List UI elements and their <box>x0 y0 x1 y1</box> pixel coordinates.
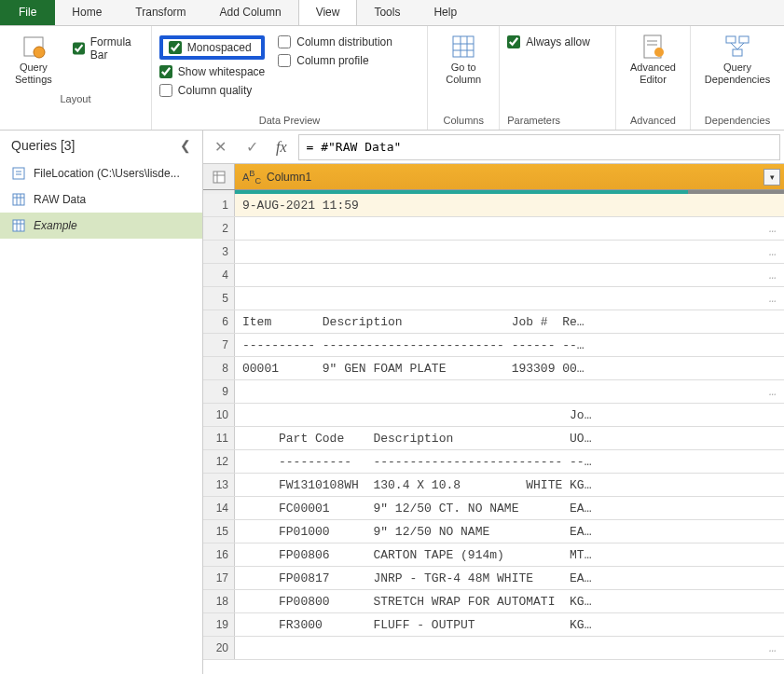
cell[interactable]: Part Code Description UO… <box>235 427 784 449</box>
table-row[interactable]: 5… <box>203 287 784 310</box>
column-profile-checkbox[interactable]: Column profile <box>278 54 392 67</box>
tab-file[interactable]: File <box>0 0 55 25</box>
cell[interactable]: 9-AUG-2021 11:59 <box>235 194 784 216</box>
row-number[interactable]: 18 <box>203 590 235 612</box>
show-whitespace-checkbox[interactable]: Show whitespace <box>159 65 265 78</box>
row-number[interactable]: 10 <box>203 404 235 426</box>
row-number[interactable]: 16 <box>203 543 235 566</box>
cell[interactable]: … <box>235 380 784 403</box>
always-allow-checkbox-input[interactable] <box>507 35 520 48</box>
query-dependencies-button[interactable]: Query Dependencies <box>697 30 777 111</box>
row-number[interactable]: 8 <box>203 357 235 379</box>
cell[interactable]: FP01000 9" 12/50 NO NAME EA… <box>235 520 784 543</box>
svg-rect-13 <box>733 49 742 56</box>
table-row[interactable]: 20… <box>203 637 784 660</box>
accept-formula-icon[interactable]: ✓ <box>239 134 265 160</box>
cell[interactable]: … <box>235 241 784 263</box>
cell[interactable]: Item Description Job # Re… <box>235 310 784 333</box>
table-row[interactable]: 6Item Description Job # Re… <box>203 310 784 334</box>
ribbon-group-parameters: Always allow Parameters <box>500 26 616 130</box>
tab-help[interactable]: Help <box>417 0 474 25</box>
cell[interactable]: ---------- ------------------------- ---… <box>235 334 784 356</box>
row-number[interactable]: 19 <box>203 613 235 636</box>
collapse-queries-icon[interactable]: ❮ <box>180 138 191 153</box>
table-row[interactable]: 9… <box>203 380 784 404</box>
cell[interactable]: FW1310108WH 130.4 X 10.8 WHITE KG… <box>235 474 784 496</box>
advanced-editor-button[interactable]: Advanced Editor <box>623 30 683 111</box>
row-number[interactable]: 13 <box>203 474 235 496</box>
tab-transform[interactable]: Transform <box>118 0 202 25</box>
column-distribution-checkbox-input[interactable] <box>278 35 291 48</box>
table-row[interactable]: 800001 9" GEN FOAM PLATE 193309 00… <box>203 357 784 380</box>
row-number[interactable]: 4 <box>203 264 235 286</box>
table-row[interactable]: 16 FP00806 CARTON TAPE (914m) MT… <box>203 543 784 567</box>
table-row[interactable]: 17 FP00817 JNRP - TGR-4 48M WHITE EA… <box>203 567 784 590</box>
query-settings-icon <box>21 34 47 60</box>
formula-input[interactable] <box>298 134 780 160</box>
cell[interactable]: FC00001 9" 12/50 CT. NO NAME EA… <box>235 497 784 519</box>
cell[interactable]: … <box>235 637 784 659</box>
cell[interactable]: FR3000 FLUFF - OUTPUT KG… <box>235 613 784 636</box>
column-distribution-checkbox[interactable]: Column distribution <box>278 35 392 48</box>
row-number[interactable]: 3 <box>203 241 235 263</box>
cell[interactable]: FP00800 STRETCH WRAP FOR AUTOMATI KG… <box>235 590 784 612</box>
formula-bar-checkbox-input[interactable] <box>73 42 85 55</box>
table-row[interactable]: 10 Jo… <box>203 404 784 427</box>
select-all-corner[interactable] <box>203 164 235 189</box>
table-row[interactable]: 12 ---------- --------------------------… <box>203 450 784 474</box>
query-settings-button[interactable]: Query Settings <box>7 30 60 89</box>
tab-tools[interactable]: Tools <box>357 0 417 25</box>
column-quality-checkbox[interactable]: Column quality <box>159 84 265 97</box>
always-allow-checkbox[interactable]: Always allow <box>507 35 590 48</box>
table-row[interactable]: 14 FC00001 9" 12/50 CT. NO NAME EA… <box>203 497 784 520</box>
row-number[interactable]: 14 <box>203 497 235 519</box>
query-item-filelocation[interactable]: FileLocation (C:\Users\lisde... <box>0 160 202 186</box>
query-item-rawdata[interactable]: RAW Data <box>0 186 202 213</box>
cell[interactable]: … <box>235 287 784 309</box>
formula-bar-checkbox[interactable]: Formula Bar <box>73 35 144 62</box>
cell[interactable]: ---------- -------------------------- --… <box>235 450 784 473</box>
row-number[interactable]: 17 <box>203 567 235 589</box>
row-number[interactable]: 7 <box>203 334 235 356</box>
cell[interactable]: 00001 9" GEN FOAM PLATE 193309 00… <box>235 357 784 379</box>
row-number[interactable]: 12 <box>203 450 235 473</box>
cell[interactable]: … <box>235 217 784 240</box>
cell[interactable]: FP00817 JNRP - TGR-4 48M WHITE EA… <box>235 567 784 589</box>
table-row[interactable]: 3… <box>203 241 784 264</box>
table-row[interactable]: 19-AUG-2021 11:59 <box>203 194 784 217</box>
cell[interactable]: … <box>235 264 784 286</box>
table-row[interactable]: 2… <box>203 217 784 241</box>
monospaced-label: Monospaced <box>187 41 252 54</box>
row-number[interactable]: 20 <box>203 637 235 659</box>
table-row[interactable]: 4… <box>203 264 784 287</box>
column-header-column1[interactable]: ABC Column1 ▾ <box>235 164 784 189</box>
column-quality-checkbox-input[interactable] <box>159 84 172 97</box>
column-filter-dropdown[interactable]: ▾ <box>763 169 780 186</box>
table-row[interactable]: 7---------- ------------------------- --… <box>203 334 784 357</box>
table-row[interactable]: 15 FP01000 9" 12/50 NO NAME EA… <box>203 520 784 543</box>
table-row[interactable]: 19 FR3000 FLUFF - OUTPUT KG… <box>203 613 784 637</box>
cell[interactable]: Jo… <box>235 404 784 426</box>
query-item-example[interactable]: Example <box>0 213 202 239</box>
row-number[interactable]: 1 <box>203 194 235 216</box>
monospaced-checkbox-input[interactable] <box>169 41 182 54</box>
row-number[interactable]: 9 <box>203 380 235 403</box>
row-number[interactable]: 6 <box>203 310 235 333</box>
column-profile-checkbox-input[interactable] <box>278 54 291 67</box>
go-to-column-button[interactable]: Go to Column <box>438 30 488 111</box>
monospaced-checkbox[interactable]: Monospaced <box>169 41 255 54</box>
cell[interactable]: FP00806 CARTON TAPE (914m) MT… <box>235 543 784 566</box>
row-number[interactable]: 2 <box>203 217 235 240</box>
fx-icon[interactable]: fx <box>270 139 293 156</box>
tab-view[interactable]: View <box>298 0 358 25</box>
table-row[interactable]: 11 Part Code Description UO… <box>203 427 784 450</box>
show-whitespace-checkbox-input[interactable] <box>159 65 172 78</box>
tab-home[interactable]: Home <box>55 0 118 25</box>
table-row[interactable]: 13 FW1310108WH 130.4 X 10.8 WHITE KG… <box>203 474 784 497</box>
cancel-formula-icon[interactable]: ✕ <box>207 134 233 160</box>
row-number[interactable]: 15 <box>203 520 235 543</box>
row-number[interactable]: 5 <box>203 287 235 309</box>
row-number[interactable]: 11 <box>203 427 235 449</box>
tab-add-column[interactable]: Add Column <box>203 0 298 25</box>
table-row[interactable]: 18 FP00800 STRETCH WRAP FOR AUTOMATI KG… <box>203 590 784 613</box>
